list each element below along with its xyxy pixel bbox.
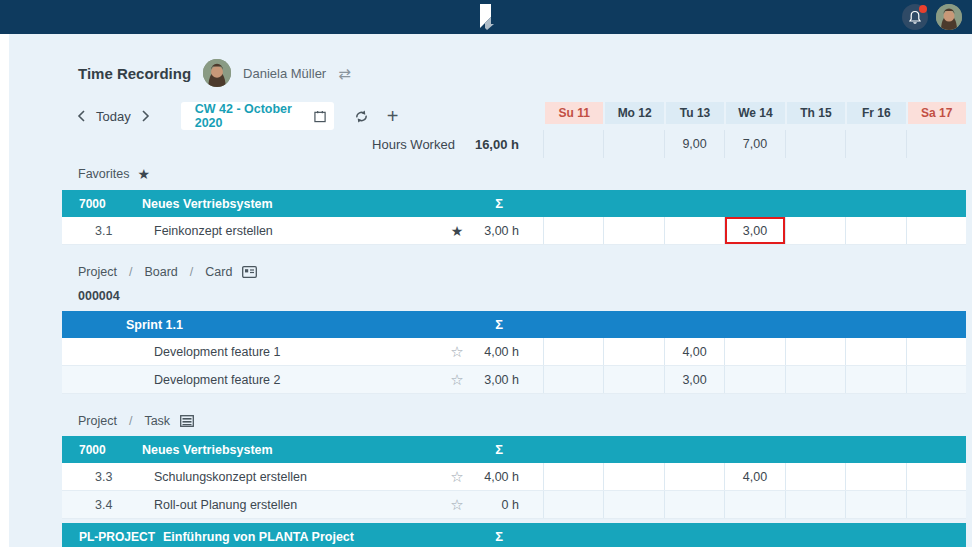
day-total: 9,00: [664, 130, 724, 158]
project-code: 7000: [79, 197, 134, 211]
time-entry-cell[interactable]: [785, 491, 845, 518]
day-header-thursday: Th 15: [785, 102, 845, 124]
time-entry-cell[interactable]: [785, 217, 845, 244]
task-id: 3.1: [95, 224, 127, 238]
previous-week-button[interactable]: [70, 105, 92, 127]
time-entry-cell[interactable]: [664, 217, 724, 244]
day-header-wednesday: We 14: [724, 102, 784, 124]
task-id: 3.4: [95, 498, 127, 512]
task-row: 3.1 Feinkonzept erstellen ★ 3,00 h 3,00: [62, 217, 966, 245]
add-entry-button[interactable]: +: [387, 105, 399, 128]
time-entry-cell[interactable]: [906, 366, 966, 393]
card-id: 000004: [78, 289, 966, 303]
time-entry-cell[interactable]: [906, 338, 966, 365]
sprint-band: Sprint 1.1 Σ: [62, 311, 966, 338]
switch-user-icon[interactable]: ⇄: [338, 66, 351, 81]
time-entry-cell[interactable]: [785, 463, 845, 490]
task-row-info: 3.1 Feinkonzept erstellen ★ 3,00 h: [62, 217, 543, 244]
today-button[interactable]: Today: [96, 109, 131, 124]
page-header: Time Recording Daniela Müller ⇄: [78, 58, 972, 88]
breadcrumb: Project / Board / Card: [78, 265, 966, 279]
time-entry-cell[interactable]: [603, 366, 663, 393]
day-header-friday: Fr 16: [845, 102, 905, 124]
time-entry-cell[interactable]: 4,00: [664, 338, 724, 365]
time-entry-cell[interactable]: [906, 491, 966, 518]
task-row-info: 3.3 Schulungskonzept erstellen ☆ 4,00 h: [62, 463, 543, 490]
favorite-star-outline-icon[interactable]: ☆: [447, 468, 467, 486]
toolbar: Today CW 42 - October 2020: [62, 102, 543, 130]
time-entry-cell-selected[interactable]: 3,00: [724, 217, 784, 244]
time-entry-cell[interactable]: [543, 217, 603, 244]
time-entry-cell[interactable]: [724, 338, 784, 365]
time-entry-cell[interactable]: [543, 338, 603, 365]
time-entry-cell[interactable]: [603, 463, 663, 490]
time-entry-cell[interactable]: [785, 338, 845, 365]
time-recording-grid: Today CW 42 - October 2020: [62, 102, 966, 547]
day-total: 7,00: [724, 130, 784, 158]
time-entry-cell[interactable]: [664, 491, 724, 518]
breadcrumb-separator: /: [123, 265, 138, 279]
project-code: PL-PROJECT: [79, 530, 155, 544]
breadcrumb: Project / Task: [78, 414, 966, 428]
breadcrumb-separator: /: [123, 414, 138, 428]
favorites-section-label: Favorites ★: [78, 166, 966, 182]
time-entry-cell[interactable]: 3,00: [664, 366, 724, 393]
task-name: Development feature 2: [154, 373, 280, 387]
time-entry-cell[interactable]: [906, 463, 966, 490]
project-code: 7000: [79, 443, 134, 457]
time-entry-cell[interactable]: [845, 366, 905, 393]
topbar-user-avatar[interactable]: [936, 4, 962, 30]
task-name: Schulungskonzept erstellen: [154, 470, 307, 484]
time-entry-cell[interactable]: [664, 463, 724, 490]
card-icon: [242, 266, 257, 278]
time-entry-cell[interactable]: [603, 338, 663, 365]
time-entry-cell[interactable]: [543, 491, 603, 518]
project-band: 7000 Neues Vertriebsystem Σ: [62, 436, 966, 463]
task-list-icon: [180, 415, 194, 427]
task-total-hours: 0 h: [467, 498, 519, 512]
sum-symbol: Σ: [495, 442, 503, 457]
time-entry-cell[interactable]: [845, 338, 905, 365]
time-entry-cell[interactable]: [543, 463, 603, 490]
task-total-hours: 4,00 h: [467, 345, 519, 359]
time-entry-cell[interactable]: [845, 217, 905, 244]
time-entry-cell[interactable]: [603, 491, 663, 518]
task-row: Development feature 1 ☆ 4,00 h 4,00: [62, 338, 966, 366]
sprint-band-content: Sprint 1.1 Σ: [62, 317, 543, 332]
calendar-week-picker[interactable]: CW 42 - October 2020: [181, 102, 334, 130]
favorite-star-outline-icon[interactable]: ☆: [447, 371, 467, 389]
breadcrumb-project: Project: [78, 414, 117, 428]
favorite-star-outline-icon[interactable]: ☆: [447, 343, 467, 361]
time-entry-cell[interactable]: [724, 366, 784, 393]
time-entry-cell[interactable]: [845, 491, 905, 518]
planta-logo-icon: [476, 4, 496, 33]
task-total-hours: 3,00 h: [467, 373, 519, 387]
project-name: Einführung von PLANTA Project: [163, 530, 354, 544]
calendar-icon: [314, 110, 326, 123]
time-entry-cell[interactable]: [603, 217, 663, 244]
day-total: [906, 130, 966, 158]
time-entry-cell[interactable]: [724, 491, 784, 518]
user-name: Daniela Müller: [243, 66, 326, 81]
time-entry-cell[interactable]: [785, 366, 845, 393]
project-band-content: 7000 Neues Vertriebsystem Σ: [62, 196, 543, 211]
sum-symbol: Σ: [495, 196, 503, 211]
refresh-button[interactable]: [354, 109, 369, 124]
project-band-content: PL-PROJECT Einführung von PLANTA Project…: [62, 529, 543, 544]
breadcrumb-card: Card: [205, 265, 232, 279]
time-entry-cell[interactable]: [845, 463, 905, 490]
breadcrumb-board: Board: [144, 265, 177, 279]
hours-worked-label: Hours Worked: [372, 137, 455, 152]
sprint-name: Sprint 1.1: [126, 318, 183, 332]
favorites-star-icon: ★: [137, 166, 150, 182]
next-week-button[interactable]: [135, 105, 157, 127]
day-header-sunday: Su 11: [543, 102, 603, 124]
notifications-button[interactable]: [902, 4, 928, 30]
favorite-star-outline-icon[interactable]: ☆: [447, 496, 467, 514]
time-entry-cell[interactable]: [543, 366, 603, 393]
favorite-star-icon[interactable]: ★: [447, 223, 467, 239]
time-entry-cell[interactable]: 4,00: [724, 463, 784, 490]
sum-symbol: Σ: [495, 529, 503, 544]
project-name: Neues Vertriebsystem: [142, 197, 273, 211]
time-entry-cell[interactable]: [906, 217, 966, 244]
